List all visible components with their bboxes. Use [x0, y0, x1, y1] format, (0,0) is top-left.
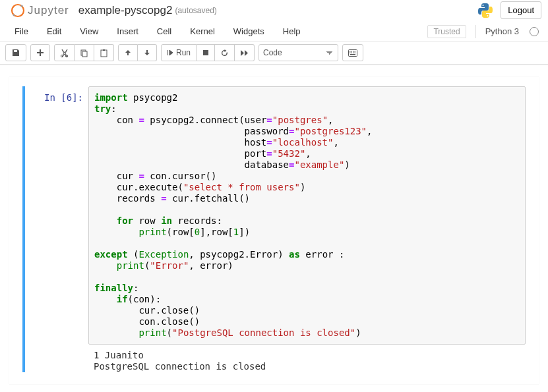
- svg-point-3: [483, 5, 484, 6]
- svg-rect-15: [353, 51, 354, 52]
- menu-insert[interactable]: Insert: [107, 22, 148, 40]
- svg-rect-20: [355, 52, 356, 53]
- menubar: FileEditViewInsertCellKernelWidgetsHelp …: [0, 22, 548, 42]
- menu-cell[interactable]: Cell: [148, 22, 181, 40]
- input-prompt: In [6]:: [25, 86, 88, 345]
- command-palette-button[interactable]: [342, 44, 363, 61]
- restart-run-all-button[interactable]: [235, 44, 255, 61]
- svg-rect-13: [350, 51, 351, 52]
- svg-rect-21: [350, 54, 355, 55]
- restart-button[interactable]: [215, 44, 235, 61]
- add-cell-button[interactable]: [30, 44, 50, 61]
- svg-point-2: [13, 14, 15, 16]
- notebook-name[interactable]: example-pyscopg2: [78, 4, 173, 17]
- kernel-status-icon: [530, 27, 539, 36]
- interrupt-button[interactable]: [197, 44, 215, 61]
- menu-kernel[interactable]: Kernel: [181, 22, 224, 40]
- svg-rect-11: [203, 50, 208, 55]
- menu-help[interactable]: Help: [274, 22, 310, 40]
- plus-icon: [36, 49, 44, 57]
- copy-icon: [80, 49, 88, 57]
- arrow-down-icon: [143, 49, 151, 57]
- code-input-area[interactable]: import psycopg2 try: con = psycopg2.conn…: [88, 86, 526, 345]
- python-kernel-icon: [477, 2, 494, 19]
- menu-view[interactable]: View: [71, 22, 107, 40]
- save-button[interactable]: [5, 44, 26, 61]
- jupyter-logo[interactable]: Jupyter: [11, 3, 69, 18]
- svg-point-5: [61, 55, 63, 57]
- logout-button[interactable]: Logout: [501, 1, 541, 19]
- stop-icon: [202, 49, 209, 56]
- output-prompt: [25, 345, 88, 372]
- cut-button[interactable]: [54, 44, 75, 61]
- logo-text: Jupyter: [28, 4, 69, 17]
- svg-rect-8: [82, 51, 87, 57]
- move-down-button[interactable]: [138, 44, 157, 61]
- cell-type-select[interactable]: CodeMarkdownRaw NBConvertHeading: [259, 44, 338, 61]
- move-up-button[interactable]: [118, 44, 138, 61]
- run-button[interactable]: Run: [161, 44, 197, 61]
- save-icon: [11, 48, 20, 57]
- menu-widgets[interactable]: Widgets: [224, 22, 274, 40]
- notebook-container: In [6]: import psycopg2 try: con = psyco…: [9, 77, 539, 384]
- code-cell[interactable]: In [6]: import psycopg2 try: con = psyco…: [22, 86, 526, 372]
- divider: [475, 25, 476, 38]
- menu-edit[interactable]: Edit: [38, 22, 71, 40]
- svg-rect-10: [103, 49, 105, 51]
- toolbar: Run CodeMarkdownRaw NBConvertHeading: [0, 42, 548, 65]
- keyboard-icon: [348, 49, 357, 57]
- trusted-indicator[interactable]: Trusted: [427, 25, 466, 38]
- restart-icon: [220, 49, 229, 57]
- cut-icon: [60, 49, 69, 57]
- paste-icon: [100, 49, 108, 57]
- fast-forward-icon: [240, 49, 249, 57]
- kernel-name[interactable]: Python 3: [479, 23, 526, 40]
- svg-rect-16: [355, 51, 356, 52]
- arrow-up-icon: [124, 49, 132, 57]
- run-icon: [167, 49, 173, 56]
- copy-button[interactable]: [75, 44, 94, 61]
- jupyter-icon: [11, 3, 25, 18]
- svg-point-4: [487, 15, 489, 16]
- menu-file[interactable]: File: [5, 22, 38, 40]
- svg-rect-19: [353, 52, 354, 53]
- svg-rect-17: [350, 52, 351, 53]
- output-area: 1 Juanito PostgreSQL connection is close…: [88, 345, 526, 372]
- autosave-status: (autosaved): [175, 6, 216, 15]
- paste-button[interactable]: [94, 44, 114, 61]
- svg-point-1: [20, 5, 22, 7]
- run-label: Run: [176, 48, 191, 57]
- svg-rect-18: [351, 52, 353, 53]
- svg-rect-9: [101, 50, 107, 57]
- svg-rect-14: [351, 51, 353, 52]
